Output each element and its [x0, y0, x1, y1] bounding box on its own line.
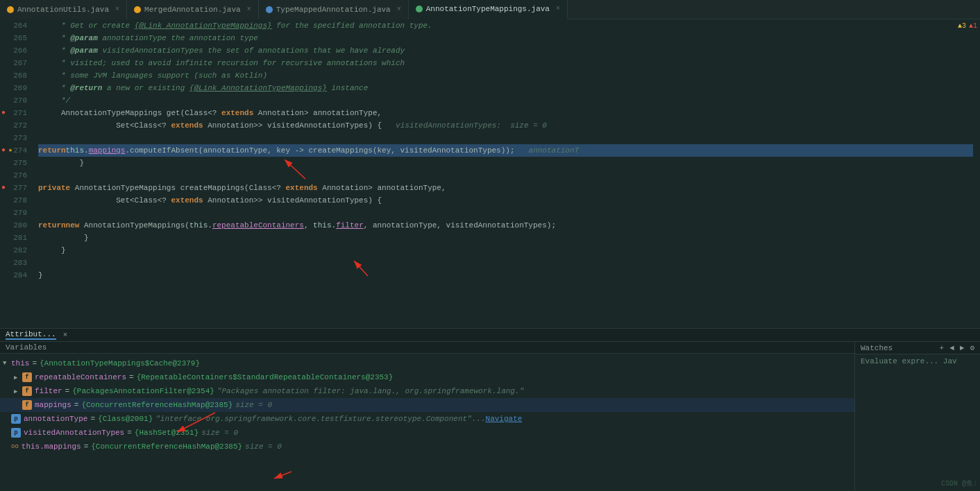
var-equals-1: = — [129, 373, 134, 381]
tab-close-annotation-utils[interactable]: × — [115, 6, 119, 13]
tab-annotation-type-mappings[interactable]: AnnotationTypeMappings.java× — [409, 0, 568, 19]
code-lines: * Get or create {@Link AnnotationTypeMap… — [38, 19, 980, 328]
tab-close-merged-annotation[interactable]: × — [247, 6, 251, 13]
var-row-3[interactable]: f mappings = {ConcurrentReferenceHashMap… — [0, 398, 854, 412]
tab-close-type-mapped-annotation[interactable]: × — [397, 6, 401, 13]
watches-settings-icon[interactable]: ⚙ — [970, 343, 974, 352]
var-name-0: this — [11, 359, 29, 368]
var-name-5: visitedAnnotationTypes — [24, 429, 124, 437]
line-number-text-264: 264 — [13, 19, 27, 32]
line-number-text-281: 281 — [13, 232, 27, 244]
var-value-0: {AnnotationTypeMappings$Cache@2379} — [40, 359, 200, 368]
code-line-265: * @param annotationType the annotation t… — [38, 32, 973, 44]
watches-back-icon[interactable]: ◄ — [949, 344, 954, 352]
line-num-264: 264 — [0, 19, 33, 32]
line-number-text-283: 283 — [13, 257, 27, 269]
var-expand-1[interactable]: ▶ — [14, 374, 22, 381]
tab-close[interactable]: × — [63, 331, 68, 339]
error-badge: ▲1 — [969, 22, 977, 30]
tab-merged-annotation[interactable]: MergedAnnotation.java× — [127, 0, 259, 19]
line-num-274: ●★274 — [0, 144, 33, 157]
line-number-text-279: 279 — [13, 207, 27, 219]
line-number-text-282: 282 — [13, 244, 27, 257]
tab-label-merged-annotation: MergedAnnotation.java — [144, 6, 241, 14]
watches-forward-icon[interactable]: ► — [960, 344, 965, 352]
line-num-265: 265 — [0, 32, 33, 44]
warning-badge: ▲3 — [958, 22, 966, 30]
code-line-277: private AnnotationTypeMappings createMap… — [38, 182, 973, 194]
var-value-5: {HashSet@2351} — [135, 429, 198, 437]
line-num-266: 266 — [0, 44, 33, 57]
var-row-2[interactable]: ▶ f filter = {PackagesAnnotationFilter@2… — [0, 384, 854, 398]
var-type-f-icon: f — [22, 386, 32, 396]
tab-close-annotation-type-mappings[interactable]: × — [556, 5, 560, 12]
line-number-text-277: 277 — [13, 182, 27, 194]
line-num-281: 281 — [0, 232, 33, 244]
code-line-279 — [38, 207, 973, 219]
hint-272: visitedAnnotationTypes: size = 0 — [396, 119, 547, 132]
code-line-268: * some JVM languages support (such as Ko… — [38, 69, 973, 82]
line-number-text-284: 284 — [13, 269, 27, 282]
debug-icon-271: ● — [1, 107, 6, 119]
variable-list: ▼ this = {AnnotationTypeMappings$Cache@2… — [0, 354, 854, 456]
bottom-area: Variables ▼ this = {AnnotationTypeMappin… — [0, 342, 980, 491]
line-number-text-278: 278 — [13, 194, 27, 207]
var-expand-0[interactable]: ▼ — [3, 360, 11, 367]
tab-icon-annotation-type-mappings — [416, 6, 423, 12]
warning-badges: ▲3 ▲1 — [958, 22, 977, 30]
var-row-6[interactable]: oo this.mappings = {ConcurrentReferenceH… — [0, 440, 854, 454]
line-number-text-276: 276 — [13, 169, 27, 182]
code-line-276 — [38, 169, 973, 182]
var-name-4: annotationType — [24, 415, 87, 423]
tab-icon-annotation-utils — [7, 6, 14, 13]
code-line-273 — [38, 132, 973, 144]
watches-toolbar: + ◄ ► ⚙ — [940, 343, 974, 352]
var-value-3: {ConcurrentReferenceHashMap@2385} — [81, 401, 233, 409]
watches-add-icon[interactable]: + — [940, 344, 945, 352]
hint-274: annotationT — [529, 144, 580, 157]
var-expand-2[interactable]: ▶ — [14, 388, 22, 395]
variables-panel: Variables ▼ this = {AnnotationTypeMappin… — [0, 342, 855, 491]
code-line-282: } — [38, 244, 973, 257]
line-number-text-275: 275 — [13, 157, 27, 169]
var-type-p-icon: p — [11, 414, 21, 424]
code-line-275: } — [38, 157, 973, 169]
var-navigate-link-4[interactable]: Navigate — [486, 415, 523, 423]
var-value-6: {ConcurrentReferenceHashMap@2385} — [91, 442, 242, 451]
watches-content: Evaluate expre... Jav — [855, 354, 980, 368]
watches-header: Watches + ◄ ► ⚙ — [855, 342, 980, 354]
line-number-text-274: 274 — [13, 144, 27, 157]
watermark: CSDN @鱼: — [941, 479, 977, 488]
line-num-273: 273 — [0, 132, 33, 144]
line-number-text-271: 271 — [13, 107, 27, 119]
var-type-f-icon: f — [22, 400, 32, 410]
code-line-266: * @param visitedAnnotationTypes the set … — [38, 44, 973, 57]
code-line-274: return this.mappings.computeIfAbsent(ann… — [38, 144, 973, 157]
variables-header: Variables — [0, 342, 854, 354]
line-num-267: 267 — [0, 57, 33, 69]
code-line-281: } — [38, 232, 973, 244]
var-row-5[interactable]: p visitedAnnotationTypes = {HashSet@2351… — [0, 426, 854, 440]
var-type-f-icon: f — [22, 372, 32, 382]
line-num-271: ●271 — [0, 107, 33, 119]
line-num-272: 272 — [0, 119, 33, 132]
var-row-1[interactable]: ▶ f repeatableContainers = {RepeatableCo… — [0, 370, 854, 384]
tab-annotation-utils[interactable]: AnnotationUtils.java× — [0, 0, 127, 19]
line-number-text-270: 270 — [13, 94, 27, 107]
var-hint-5: size = 0 — [201, 429, 238, 437]
line-num-282: 282 — [0, 244, 33, 257]
code-line-272: Set<Class<? extends Annotation>> visited… — [38, 119, 973, 132]
watches-label: Watches — [861, 344, 893, 352]
var-value-1: {RepeatableContainers$StandardRepeatable… — [137, 373, 394, 381]
tab-attribut[interactable]: Attribut... — [6, 330, 56, 340]
tab-label-type-mapped-annotation: TypeMappedAnnotation.java — [276, 6, 391, 14]
code-line-267: * visited; used to avoid infinite recurs… — [38, 57, 973, 69]
line-num-278: 278 — [0, 194, 33, 207]
var-row-0[interactable]: ▼ this = {AnnotationTypeMappings$Cache@2… — [0, 356, 854, 370]
code-line-269: * @return a new or existing {@Link Annot… — [38, 82, 973, 94]
var-row-4[interactable]: p annotationType = {Class@2001} "interfa… — [0, 412, 854, 426]
line-number-text-280: 280 — [13, 219, 27, 232]
line-num-270: 270 — [0, 94, 33, 107]
line-num-279: 279 — [0, 207, 33, 219]
tab-type-mapped-annotation[interactable]: TypeMappedAnnotation.java× — [259, 0, 409, 19]
